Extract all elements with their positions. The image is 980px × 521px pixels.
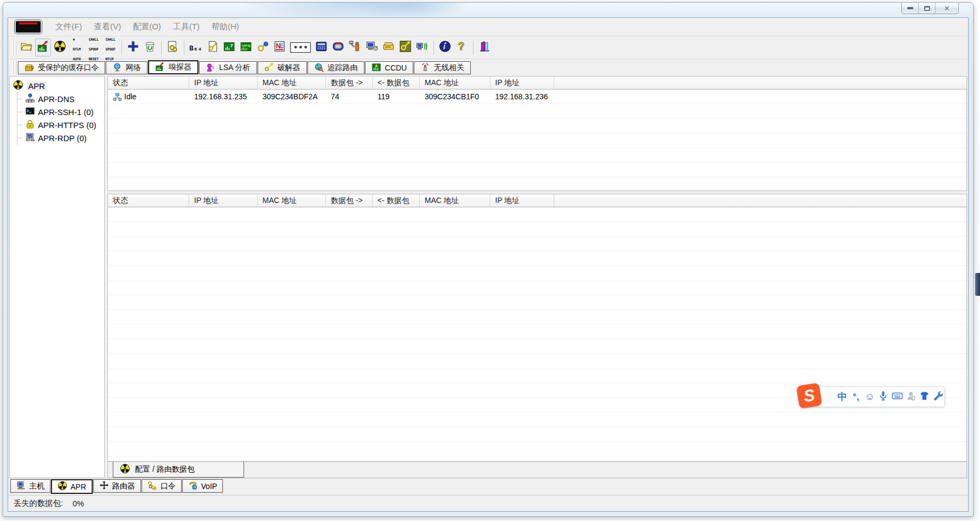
open-button[interactable]	[18, 39, 34, 56]
protected-storage-icon	[24, 62, 34, 74]
bottom-tab-apr[interactable]: APR	[51, 479, 93, 494]
bottom-tab-passwords[interactable]: 口令	[142, 479, 182, 493]
calculator-button[interactable]	[313, 39, 329, 56]
tree-item-apr-ssh[interactable]: APR-SSH-1 (0)	[17, 105, 102, 118]
cisco-type7-decoder-button[interactable]	[204, 39, 220, 56]
start-stop-apr-button[interactable]	[52, 39, 68, 56]
help-icon: ?	[456, 40, 468, 55]
tab-traceroute[interactable]: 追踪路由	[308, 61, 364, 74]
emoji-icon[interactable]: ☺	[864, 390, 875, 404]
tab-wireless[interactable]: 无线相关	[414, 61, 471, 74]
settings-wrench-icon[interactable]	[933, 390, 944, 404]
lost-packets-label: 丢失的数据包:	[14, 498, 63, 509]
securid-token-button[interactable]	[330, 39, 346, 56]
network-config-icon	[166, 40, 179, 55]
menu-bar: 文件(F)查看(V)配置(O)工具(T)帮助(H)	[8, 18, 968, 36]
tab-lsa-secrets[interactable]: LSA 分析	[199, 61, 257, 74]
bottom-tab-routing[interactable]: 路由器	[93, 479, 141, 493]
menu-file[interactable]: 文件(F)	[49, 22, 88, 32]
tab-sniffer[interactable]: 嗅探器	[148, 60, 198, 74]
column-header[interactable]: IP 地址	[189, 194, 258, 207]
start-stop-sniffer-button[interactable]	[35, 39, 51, 56]
apr-entry-row[interactable]: Idle192.168.31.235309C234BDF2A74119309C2…	[108, 90, 966, 104]
menu-configure[interactable]: 配置(O)	[127, 22, 167, 32]
voice-input-icon[interactable]	[877, 390, 889, 404]
tree-item-apr-rdp[interactable]: APR-RDP (0)	[17, 131, 102, 144]
soft-keyboard-icon[interactable]	[892, 390, 903, 404]
punctuation-icon: °,	[853, 392, 859, 402]
menu-help[interactable]: 帮助(H)	[206, 22, 245, 32]
remove-button[interactable]	[142, 39, 158, 56]
password-decoder-button[interactable]: ***	[289, 39, 312, 56]
column-header[interactable]: <- 数据包	[373, 77, 420, 89]
menu-view[interactable]: 查看(V)	[88, 22, 127, 32]
configure-button[interactable]	[165, 39, 181, 56]
tree-item-apr-https[interactable]: APR-HTTPS (0)	[17, 118, 102, 131]
column-header[interactable]: MAC 地址	[258, 77, 326, 89]
hash-calculator-button[interactable]: 7	[221, 39, 237, 56]
sogou-logo-icon[interactable]: S	[823, 390, 834, 404]
toolbar-gripper[interactable]	[12, 41, 16, 55]
remove-icon	[144, 40, 156, 55]
column-header[interactable]: MAC 地址	[420, 194, 490, 207]
cisco-config-decoder-button[interactable]: N	[272, 39, 287, 56]
chinese-mode-icon[interactable]: 中	[836, 390, 848, 404]
chall-spoof-reset-button[interactable]: CHALL SPOOF RESET	[86, 39, 101, 56]
column-header[interactable]: IP 地址	[189, 77, 258, 89]
tab-network[interactable]: 网络	[106, 61, 148, 74]
tabbar-gripper[interactable]	[12, 60, 16, 74]
tab-protected-storage[interactable]: 受保护的缓存口令	[18, 61, 105, 74]
column-header[interactable]: 状态	[108, 77, 189, 89]
bottom-tab-voip[interactable]: VoIP	[182, 479, 223, 493]
base64-decoder-button[interactable]: B₆₄	[188, 39, 203, 56]
svg-text:7: 7	[230, 42, 233, 48]
column-header[interactable]: 状态	[108, 194, 189, 207]
column-header[interactable]: MAC 地址	[258, 194, 326, 207]
start-sniffer-icon	[37, 40, 49, 55]
remote-desktop-button[interactable]	[364, 39, 380, 56]
account-icon[interactable]	[905, 390, 917, 404]
wireless-keys-button[interactable]	[255, 39, 271, 56]
modem-decoder-button[interactable]	[381, 39, 396, 56]
toolbar-separator	[161, 41, 162, 55]
table-cell: Idle	[108, 92, 189, 101]
column-header[interactable]: MAC 地址	[420, 77, 490, 89]
routing-icon	[99, 480, 109, 492]
chall-spoof-reset-icon: CHALL SPOOF RESET	[88, 33, 98, 62]
bottom-tab-hosts[interactable]: 主机	[10, 479, 50, 493]
table-cell: 119	[373, 92, 420, 101]
tree-item-apr[interactable]: APR	[12, 79, 102, 92]
skin-icon[interactable]	[919, 390, 930, 404]
vpn-decoder-button[interactable]: VPN	[238, 39, 254, 56]
exit-button[interactable]	[477, 39, 492, 56]
punctuation-icon[interactable]: °,	[850, 390, 862, 404]
column-header[interactable]: 数据包 ->	[326, 194, 373, 207]
tab-ccdu[interactable]: CCDU	[365, 61, 413, 74]
title-bar[interactable]: ✕	[3, 3, 973, 17]
menu-tools[interactable]: 工具(T)	[167, 22, 206, 32]
column-header[interactable]: IP 地址	[490, 194, 554, 207]
help-button[interactable]: ?	[454, 39, 470, 56]
caption-button-group: ✕	[901, 3, 959, 14]
ccdu-icon	[371, 62, 381, 74]
injector-button[interactable]	[347, 39, 363, 56]
skin-icon	[919, 390, 930, 404]
column-header[interactable]: 数据包 ->	[326, 77, 373, 89]
ntlm-auth-button[interactable]: ▼ NTLM AUTH	[69, 39, 85, 56]
tree-guide	[17, 112, 22, 112]
about-button[interactable]: i	[437, 39, 453, 56]
add-to-list-button[interactable]	[125, 39, 141, 56]
maximize-button[interactable]	[919, 3, 936, 14]
wireless-scanner-button[interactable]	[414, 39, 430, 56]
table-cell: 309C234CB1F0	[420, 92, 490, 101]
cisco-vpn-key-button[interactable]	[398, 39, 413, 56]
tree-item-apr-dns[interactable]: APR-DNS	[17, 92, 102, 105]
inner-tab-configuration[interactable]: 配置 / 路由数据包	[113, 462, 244, 478]
minimize-button[interactable]	[902, 3, 919, 14]
close-button[interactable]: ✕	[936, 3, 958, 14]
chall-spoof-ntlm-button[interactable]: CHALL SPOOF NTLM	[103, 39, 118, 56]
tab-cracker[interactable]: 破解器	[258, 61, 307, 74]
chall-spoof-ntlm-icon: CHALL SPOOF NTLM	[105, 33, 115, 62]
column-header[interactable]: <- 数据包	[373, 194, 420, 207]
column-header[interactable]: IP 地址	[490, 77, 554, 89]
